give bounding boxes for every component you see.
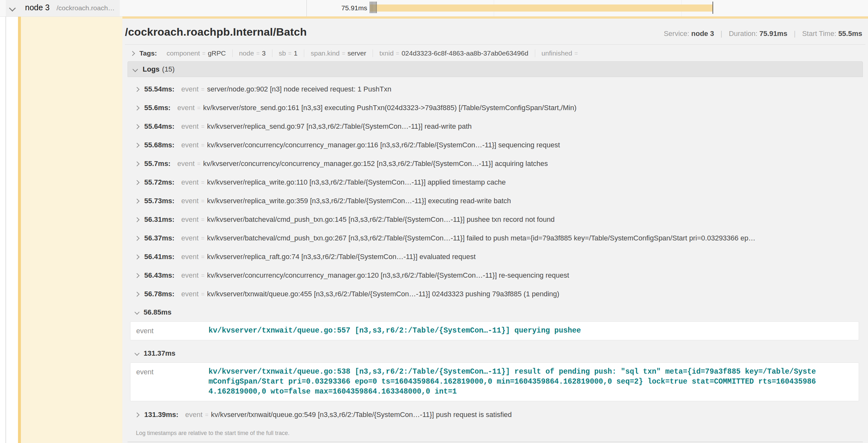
log-row[interactable]: 55.73ms:event=kv/kvserver/replica_write.…: [135, 192, 868, 210]
log-equals-sign: =: [205, 412, 209, 418]
log-message: kv/kvserver/store_send.go:161 [n3,s3] ex…: [203, 104, 868, 112]
log-field-key: event: [130, 326, 209, 336]
log-equals-sign: =: [201, 253, 205, 260]
span-detail-panel: /cockroach.roachpb.Internal/Batch Servic…: [122, 16, 868, 443]
tag-key: span.kind: [311, 49, 340, 57]
expand-log-chevron-icon[interactable]: [134, 180, 140, 185]
tags-accordion-toggle[interactable]: Tags: component=gRPCnode=3sb=1span.kind=…: [122, 45, 868, 61]
tag-equals-sign: =: [575, 50, 578, 57]
log-equals-sign: =: [201, 179, 205, 186]
log-field-key: event: [181, 141, 198, 149]
expand-log-chevron-icon[interactable]: [134, 292, 140, 297]
span-detail-meta: Service: node 3 | Duration: 75.91ms | St…: [664, 30, 862, 38]
expand-tags-chevron-icon[interactable]: [130, 51, 135, 56]
log-row[interactable]: 55.64ms:event=kv/kvserver/replica_send.g…: [135, 117, 868, 136]
tag-item: node=3: [232, 49, 272, 57]
expand-log-chevron-icon[interactable]: [134, 412, 140, 417]
log-row-expanded-header[interactable]: 131.37ms: [135, 344, 868, 362]
tags-label: Tags:: [140, 49, 157, 57]
log-row[interactable]: 56.31ms:event=kv/kvserver/batcheval/cmd_…: [135, 210, 868, 229]
log-field-key: event: [181, 122, 198, 131]
log-field-key: event: [130, 367, 209, 397]
expand-log-chevron-icon[interactable]: [134, 254, 140, 260]
tag-value: 024d3323-6c8f-4863-aa8b-37ab0e63496d: [402, 49, 528, 57]
log-message: kv/kvserver/replica_write.go:110 [n3,s3,…: [207, 178, 868, 186]
log-message: kv/kvserver/batcheval/cmd_push_txn.go:14…: [207, 215, 868, 224]
meta-separator: |: [794, 30, 796, 38]
start-time-value: 55.5ms: [838, 30, 862, 38]
expand-log-chevron-icon[interactable]: [134, 161, 140, 166]
log-tick-marker: [372, 2, 373, 13]
log-row-expanded-header[interactable]: 56.85ms: [135, 303, 868, 321]
tag-item: span.kind=server: [304, 49, 373, 57]
tag-equals-sign: =: [256, 50, 260, 57]
log-timestamp: 56.43ms:: [144, 271, 175, 280]
log-field-key: event: [181, 271, 198, 280]
log-equals-sign: =: [201, 123, 205, 130]
log-row[interactable]: 56.37ms:event=kv/kvserver/batcheval/cmd_…: [135, 229, 868, 247]
log-row[interactable]: 56.41ms:event=kv/kvserver/replica_raft.g…: [135, 247, 868, 266]
log-timestamp: 56.78ms:: [144, 290, 175, 298]
log-equals-sign: =: [201, 235, 205, 242]
span-duration-label: 75.91ms: [309, 4, 367, 12]
log-message-mono: kv/kvserver/txnwait/queue.go:538 [n3,s3,…: [209, 367, 816, 397]
tag-key: txnid: [379, 49, 394, 57]
log-row[interactable]: 56.78ms:event=kv/kvserver/txnwait/queue.…: [135, 285, 868, 303]
collapse-log-chevron-icon[interactable]: [134, 351, 140, 356]
expand-log-chevron-icon[interactable]: [134, 87, 140, 92]
log-equals-sign: =: [201, 86, 205, 93]
log-timestamp: 56.31ms:: [144, 215, 175, 224]
expand-log-chevron-icon[interactable]: [134, 142, 140, 148]
log-timestamp: 56.37ms:: [144, 234, 175, 242]
collapse-logs-chevron-icon[interactable]: [133, 66, 138, 72]
log-row[interactable]: 56.43ms:event=kv/kvserver/concurrency/co…: [135, 266, 868, 285]
log-row[interactable]: 55.6ms:event=kv/kvserver/store_send.go:1…: [135, 99, 868, 117]
tag-key: component: [166, 49, 200, 57]
duration-value: 75.91ms: [760, 30, 787, 38]
tag-value: server: [348, 49, 366, 57]
span-duration-bar[interactable]: [370, 4, 713, 11]
expand-log-chevron-icon[interactable]: [134, 273, 140, 278]
log-timestamp: 56.85ms: [144, 308, 172, 316]
tag-item: unfinished=: [535, 49, 587, 57]
span-service-name: node 3: [25, 3, 50, 12]
span-operation-name: /cockroach.roach…: [57, 4, 115, 12]
log-row[interactable]: 55.54ms:event=server/node.go:902 [n3] no…: [135, 80, 868, 99]
service-value: node 3: [691, 30, 714, 38]
log-field-key: event: [181, 253, 198, 261]
log-timestamp: 55.7ms:: [144, 160, 170, 168]
tag-key: sb: [279, 49, 286, 57]
tag-key: node: [239, 49, 254, 57]
log-message: kv/kvserver/concurrency/concurrency_mana…: [203, 160, 868, 168]
log-timestamp: 56.41ms:: [144, 253, 175, 261]
expand-log-chevron-icon[interactable]: [134, 124, 140, 129]
log-row-expanded: 131.37mseventkv/kvserver/txnwait/queue.g…: [135, 344, 868, 401]
log-equals-sign: =: [201, 142, 205, 149]
expand-log-chevron-icon[interactable]: [134, 236, 140, 241]
log-timestamp: 55.68ms:: [144, 141, 175, 149]
tag-equals-sign: =: [202, 50, 206, 57]
collapse-log-chevron-icon[interactable]: [134, 310, 140, 315]
log-row[interactable]: 131.39ms:event=kv/kvserver/txnwait/queue…: [135, 405, 868, 424]
log-row[interactable]: 55.72ms:event=kv/kvserver/replica_write.…: [135, 173, 868, 192]
log-field-key: event: [177, 104, 195, 112]
log-row[interactable]: 55.68ms:event=kv/kvserver/concurrency/co…: [135, 136, 868, 155]
log-row[interactable]: 55.7ms:event=kv/kvserver/concurrency/con…: [135, 155, 868, 173]
expand-log-chevron-icon[interactable]: [134, 198, 140, 204]
tag-value: 3: [262, 49, 266, 57]
log-timestamp: 55.73ms:: [144, 197, 175, 205]
log-equals-sign: =: [197, 161, 201, 167]
log-field-key: event: [181, 178, 198, 186]
logs-accordion-toggle[interactable]: Logs (15): [127, 61, 863, 77]
logs-title: Logs: [143, 65, 160, 73]
log-tick-marker: [375, 2, 375, 13]
log-field-key: event: [181, 234, 198, 242]
log-equals-sign: =: [197, 105, 201, 111]
tag-value: 1: [294, 49, 298, 57]
log-equals-sign: =: [201, 272, 205, 279]
expand-log-chevron-icon[interactable]: [134, 217, 140, 222]
log-message: server/node.go:902 [n3] node received re…: [207, 85, 868, 94]
expand-log-chevron-icon[interactable]: [134, 105, 140, 110]
tag-equals-sign: =: [288, 50, 292, 57]
log-field-key: event: [181, 215, 198, 224]
